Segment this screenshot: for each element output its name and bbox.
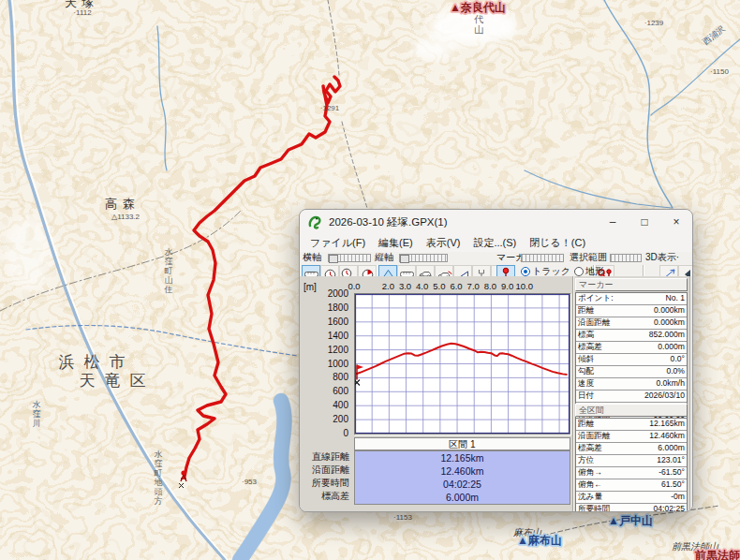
map-label: △1133.2 [111,213,141,221]
radio-track-dot[interactable] [521,267,530,276]
y-tick: 0 [343,428,348,438]
panel-row: 沿面距離0.000km [576,317,687,329]
y-tick: 800 [333,372,348,382]
section-table-values: 12.165km12.460km04:02:256.000m [354,450,570,505]
total-panel: 距離12.165km沿面距離12.460km標高差6.000m方位123.01°… [575,418,688,512]
x-tick: 6.0 [450,281,462,291]
y-tick: 1600 [328,316,348,326]
screen: { "window": { "title": "2026-03-10 経塚.GP… [0,0,740,560]
section-row-value: 12.165km [355,451,570,464]
radio-terrain-dot[interactable] [574,267,584,276]
toolbar-sliders-row: 横軸 縦軸 マーカー 選択範囲 3D表示· [300,252,692,264]
map-label: ·1150 [710,67,729,76]
x-axis-label: 横軸 [303,252,321,263]
map-label: 前黒法師山 [694,549,740,560]
elevation-chart[interactable] [354,293,570,435]
section-row-label: 所要時間 [300,477,352,490]
x-tick: 4.0 [416,281,428,291]
app-icon [307,214,322,229]
section-row-value: 04:02:25 [355,478,570,491]
menu-close[interactable]: 閉じる！(C) [524,235,591,251]
panel-row: 標高差6.000m [576,442,687,454]
y-tick: 1400 [328,330,348,340]
map-label: ▲奈良代山 [450,1,506,14]
y-axis-label: 縦軸 [375,252,393,263]
y-axis-slider[interactable] [399,254,448,262]
y-unit-label: [m] [303,282,317,292]
map-label: 浜松市 [59,353,135,371]
map-label: 水窪町山住 [164,247,173,294]
range-label: 選択範囲 [570,252,607,263]
panel-row: 所要時間04:02:25 [576,503,687,512]
marker-panel-header: マーカー [575,278,688,291]
menu-settings[interactable]: 設定...(S) [467,235,522,251]
window-content: [m] 0.02.03.04.05.06.07.08.09.010.0[km] … [300,276,692,511]
panel-row: 沈み量-0m [576,491,687,503]
map-label: 高森 [105,197,141,211]
y-tick: 2000 [328,288,348,299]
panel-scrollbar[interactable] [689,276,693,511]
panel-row: 標高差0.000m [576,341,687,353]
x-tick: 8.0 [484,281,496,291]
panel-row: 日付2026/03/10 [576,390,687,402]
section-row-value: 6.000m [355,491,570,504]
y-tick: 1800 [328,302,348,312]
y-tick: 200 [333,414,348,424]
range-slider[interactable] [610,254,642,262]
menu-file[interactable]: ファイル(F) [304,235,371,251]
x-tick: 9.0 [501,281,513,291]
panel-row: 標高852.000m [576,329,687,341]
x-tick: 2.0 [382,281,394,291]
x-tick: 7.0 [467,281,480,291]
section-table-header: 区間 1 [354,437,570,450]
panel-row: ポイント:No. 1 [576,293,687,304]
map-label: 天竜区 [80,372,155,390]
map-label: ·1291 [320,104,340,112]
section-row-label: 沿面距離 [300,464,352,477]
section-table-labels: 直線距離沿面距離所要時間標高差 [300,450,352,503]
panel-row: 速度0.0km/h [576,377,687,390]
map-label: ·1153 [393,513,412,522]
panel-row: 距離12.165km [576,419,687,430]
panel-divider [572,276,574,511]
total-panel-header: 全区間 [575,404,688,417]
section-row-label: 直線距離 [300,450,352,464]
y-tick: 1000 [328,358,348,368]
titlebar[interactable]: 2026-03-10 経塚.GPX(1) – □ × [300,210,692,234]
panel-row: 沿面距離12.460km [576,430,687,442]
menubar: ファイル(F) 編集(E) 表示(V) 設定...(S) 閉じる！(C) [300,234,692,252]
marker-slider[interactable] [521,254,564,262]
panel-row: 勾配0.0% [576,365,687,377]
x-tick: 3.0 [399,281,411,291]
map-label: 水窪町地頭方 [154,449,163,506]
panel-row: 俯角→-61.50° [576,466,687,479]
window-title: 2026-03-10 経塚.GPX(1) [329,215,597,229]
map-label: 水窪川 [33,400,41,428]
menu-view[interactable]: 表示(V) [421,235,466,251]
map-label: ·1112 [73,8,92,17]
x-tick: 10.0 [515,281,533,291]
y-tick: 400 [333,400,348,410]
y-axis-ticks: 2000180016001400120010008006004002000 [300,293,350,435]
menu-edit[interactable]: 編集(E) [373,235,419,251]
x-tick: 0.0 [348,281,360,291]
map-label: ·953 [242,478,258,486]
y-tick: 600 [333,386,348,396]
view3d-label: 3D表示· [645,252,679,263]
close-button[interactable]: × [660,211,692,233]
panel-row: 方位123.01° [576,454,687,466]
section-row-label: 標高差 [300,490,352,503]
panel-row: 距離0.000km [576,304,687,317]
y-tick: 1200 [328,344,348,354]
gpx-viewer-window: 2026-03-10 経塚.GPX(1) – □ × ファイル(F) 編集(E)… [299,209,693,512]
panel-row: 傾斜0.0° [576,353,687,365]
minimize-button[interactable]: – [597,211,629,233]
map-label: ·1239 [644,19,664,27]
map-label: ▲戸中山 [608,514,653,527]
x-tick: 5.0 [433,281,445,291]
map-label: 代山 [474,14,483,35]
section-row-value: 12.460km [355,464,570,478]
x-axis-slider[interactable] [328,254,371,262]
panel-row: 俯角←61.50° [576,479,687,491]
maximize-button[interactable]: □ [629,211,660,233]
